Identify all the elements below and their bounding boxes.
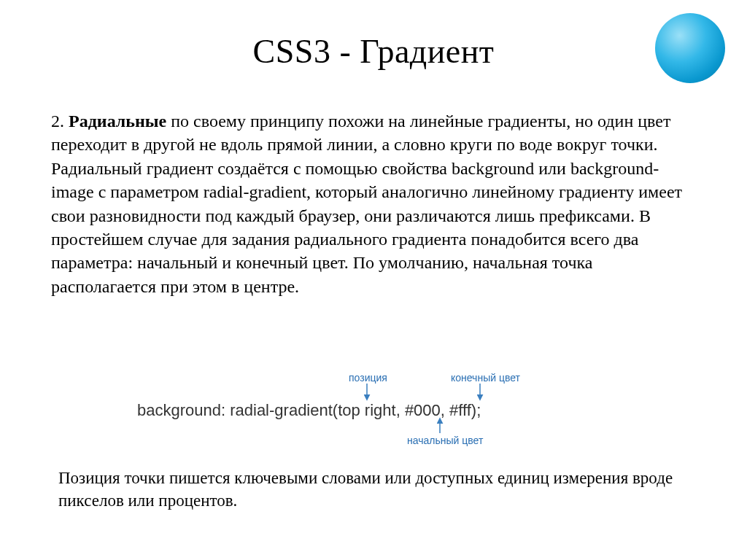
paragraph-number: 2. xyxy=(51,112,69,131)
page-title: CSS3 - Градиент xyxy=(0,32,747,71)
paragraph-rest: по своему принципу похожи на линейные гр… xyxy=(51,112,682,296)
slide: CSS3 - Градиент 2. Радиальные по своему … xyxy=(0,0,747,560)
code-diagram: позиция конечный цвет начальный цвет bac… xyxy=(137,370,604,451)
main-paragraph: 2. Радиальные по своему принципу похожи … xyxy=(51,109,700,298)
paragraph-lead: Радиальные xyxy=(69,112,166,131)
arrows-svg xyxy=(137,370,604,451)
footnote: Позиция точки пишется ключевыми словами … xyxy=(58,467,700,512)
